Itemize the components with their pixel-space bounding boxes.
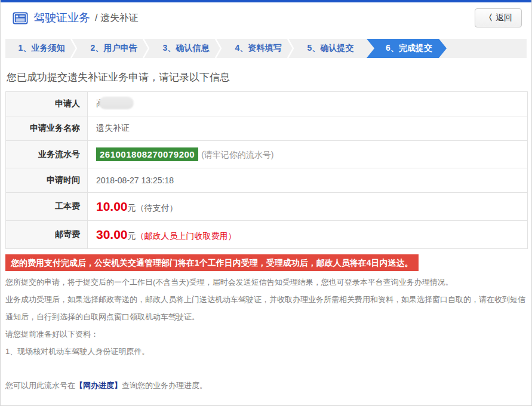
step-label: 3、确认信息 [163,43,210,54]
step-6-complete-submit[interactable]: 6、完成提交 [367,39,447,58]
production-fee-amount: 10.00 [96,199,128,213]
table-row-apply-time: 申请时间 2018-08-27 13:25:18 [6,168,528,193]
row-label: 工本费 [6,193,88,221]
online-progress-link[interactable]: 【网办进度】 [75,381,122,390]
progress-note-suffix: 查询您的业务办理进度。 [122,381,207,390]
fee-unit: 元 [128,231,136,241]
license-card-icon [13,12,28,24]
instruction-paragraph: 请您提前准备好以下资料： [5,325,527,343]
application-info-table: 申请人 高 申请业务名称 遗失补证 业务流水号 2610018082700792… [5,91,528,249]
step-1-business-notice[interactable]: 1、业务须知 [5,39,78,58]
page-title: 驾驶证业务 [33,10,90,26]
instruction-paragraph: 1、现场核对机动车驾驶人身份证明原件。 [5,343,527,360]
table-row-applicant: 申请人 高 [6,92,528,116]
table-row-production-fee: 工本费 10.00元（待支付） [6,193,528,221]
payment-alert-banner: 您的费用支付完成后，公安机关交通管理部门将在1个工作日内受理，受理成功后，邮政人… [5,254,419,271]
step-4-fill-materials[interactable]: 4、资料填写 [222,39,294,58]
instruction-paragraph: 业务成功受理后，如果选择邮政寄递的，邮政人员将上门送达机动车驾驶证，并收取办理业… [5,291,527,325]
step-label: 6、完成提交 [386,43,432,54]
redacted-name-blur [99,97,134,109]
row-label: 申请人 [6,92,88,116]
serial-number-note: (请牢记你的流水号) [201,150,273,159]
serial-number-badge: 261001808270079200 [96,147,198,161]
row-value: 30.00元（邮政人员上门收取费用） [88,221,528,249]
progress-query-note: 您可以用此流水号在【网办进度】查询您的业务办理进度。 [5,380,527,391]
step-label: 2、用户申告 [91,43,137,54]
step-label: 5、确认提交 [307,43,354,54]
breadcrumb-current: / 遗失补证 [95,12,139,24]
row-label: 业务流水号 [6,141,88,168]
table-row-serial-number: 业务流水号 261001808270079200(请牢记你的流水号) [6,141,528,168]
chevron-separator-icon [70,39,78,58]
row-value: 2018-08-27 13:25:18 [88,168,528,193]
step-5-confirm-submit[interactable]: 5、确认提交 [294,39,367,58]
success-message: 您已成功提交遗失补证业务申请，请记录以下信息 [7,70,525,84]
step-2-user-declaration[interactable]: 2、用户申告 [78,39,150,58]
step-3-confirm-info[interactable]: 3、确认信息 [150,39,222,58]
step-label: 1、业务须知 [19,43,65,54]
row-label: 申请业务名称 [6,116,88,141]
wizard-steps: 1、业务须知 2、用户申告 3、确认信息 4、资料填写 5、确认提交 6、完成提… [5,39,527,58]
fee-unit: 元 [128,203,136,213]
row-value: 高 [88,92,528,116]
step-label: 4、资料填写 [235,43,282,54]
steps-filler [447,39,527,58]
alert-wrapper: 您的费用支付完成后，公安机关交通管理部门将在1个工作日内受理，受理成功后，邮政人… [5,254,527,271]
progress-note-prefix: 您可以用此流水号在 [5,381,75,390]
instructions-block: 您所提交的申请，将于提交后的一个工作日(不含当天)受理，届时会发送短信告知受理结… [5,273,527,360]
production-fee-note: （待支付） [136,203,178,213]
row-label: 邮寄费 [6,221,88,249]
row-label: 申请时间 [6,168,88,193]
chevron-separator-icon [287,39,294,58]
chevron-separator-icon [215,39,222,58]
postage-fee-note: （邮政人员上门收取费用） [136,231,236,241]
page-header: 驾驶证业务 / 遗失补证 〈 返回 [1,2,531,33]
postage-fee-amount: 30.00 [96,227,128,241]
instruction-paragraph: 您所提交的申请，将于提交后的一个工作日(不含当天)受理，届时会发送短信告知受理结… [5,273,527,291]
table-row-business-name: 申请业务名称 遗失补证 [6,116,528,141]
row-value: 261001808270079200(请牢记你的流水号) [88,141,528,168]
table-row-postage-fee: 邮寄费 30.00元（邮政人员上门收取费用） [6,221,528,249]
header-back-button[interactable]: 〈 返回 [475,8,522,27]
chevron-separator-icon [143,39,150,58]
page-panel: 驾驶证业务 / 遗失补证 〈 返回 1、业务须知 2、用户申告 3、确认信息 4… [0,0,532,406]
row-value: 10.00元（待支付） [88,193,528,221]
chevron-left-icon: 〈 [484,13,493,23]
row-value: 遗失补证 [88,116,528,141]
header-back-label: 返回 [496,13,512,23]
